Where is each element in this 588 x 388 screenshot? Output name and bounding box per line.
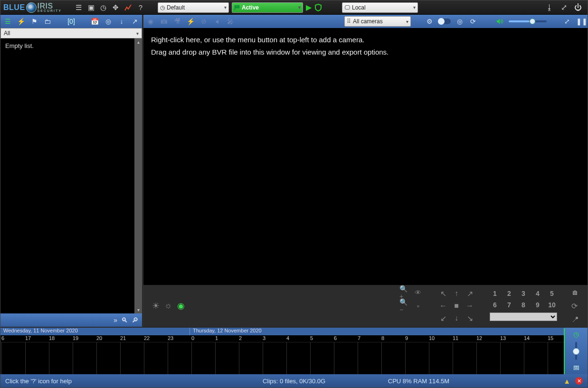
preset-10[interactable]: 10 [547,301,557,311]
sidebar-filter-select[interactable]: All ▾ [0,28,142,38]
ptz-down-icon[interactable]: ↓ [451,313,462,323]
hint-text-1: Right-click here, or use the menu button… [151,34,580,46]
hour-label: 4 [286,335,289,341]
zoom-in-icon[interactable]: 🔍+ [399,287,410,298]
target2-icon[interactable]: ◎ [455,18,464,25]
hour-label: 7 [358,335,360,341]
db-icon[interactable]: ☰ [3,18,12,25]
timeline-cursor[interactable] [564,328,565,374]
chevrons-down-icon[interactable]: » [114,316,117,324]
grid-icon: ⠿ [347,18,351,25]
calendar-icon[interactable]: 📅 [91,18,99,25]
timeline-zoom-slider[interactable] [575,342,577,360]
pin-icon[interactable]: 📍︎ [571,315,579,324]
clips-sidebar: ☰ ⚡ ⚑ 🗀 [0] 📅 ◎ ↓ ↗ All ▾ Empty list. ▴ … [0,15,143,327]
calendar2-icon[interactable]: 📅︎ [573,364,579,371]
scroll-up-icon[interactable]: ▴ [137,39,140,45]
export-icon[interactable]: ↗ [131,18,139,25]
sidebar-clip-list[interactable]: Empty list. ▴ ▾ [0,38,142,313]
trigger-icon[interactable]: ⚡ [186,18,195,25]
preset-7[interactable]: 7 [504,301,514,311]
hour-label: 13 [500,335,506,341]
download-icon[interactable]: ⭳ [545,3,554,12]
videocam-icon[interactable]: 🎥︎ [173,18,181,25]
preset-9[interactable]: 9 [532,301,543,311]
flag-icon[interactable]: ⚑ [30,18,38,25]
focus-dot-icon[interactable]: ∘ [413,301,423,311]
hour-label: 10 [429,335,435,341]
chart-icon[interactable] [123,3,133,12]
hint-text-2: Drag and drop any BVR file into this win… [151,46,580,58]
shield-icon[interactable] [314,4,322,11]
play-icon[interactable]: ▶ [306,3,312,12]
refresh-icon[interactable]: ⟳ [469,18,477,25]
preset-select[interactable] [490,312,557,321]
volume-slider[interactable] [509,20,547,22]
record-icon[interactable]: ◉ [146,18,155,25]
preset-4[interactable]: 4 [532,290,543,299]
preset-8[interactable]: 8 [518,301,529,311]
cycle-icon[interactable]: ⟳ [571,302,579,311]
console-select[interactable]: 🖵 Local ▾ [342,2,418,13]
sidebar-filter-label: All [4,30,10,37]
camera-select[interactable]: ⠿ All cameras ▾ [344,16,411,27]
schedule-select-label: Active [242,4,259,11]
target-icon[interactable]: ◎ [104,18,113,25]
caret-down-icon: ▾ [413,5,416,10]
block-icon[interactable]: ⊘ [199,18,208,25]
gear-icon[interactable]: ⚙ [425,18,434,25]
ptz-up-icon[interactable]: ↑ [451,288,462,299]
live-icon[interactable]: ◷ [573,331,579,338]
layout-toggle-1[interactable] [438,19,451,24]
ir-icon[interactable]: ◉ [177,301,185,311]
brightness-down-icon[interactable]: ☀ [152,301,160,311]
preset-2[interactable]: 2 [504,290,514,299]
sidebar-toolbar: ☰ ⚡ ⚑ 🗀 [0] 📅 ◎ ↓ ↗ [0,15,142,28]
zoom-out-icon[interactable]: 🔍︎ [121,316,128,324]
folder-icon[interactable]: 🗀 [43,18,52,25]
bolt-icon[interactable]: ⚡ [17,18,25,25]
hour-label: 9 [405,335,408,341]
ptz-right-icon[interactable]: → [464,301,475,311]
ptz-left-icon[interactable]: ← [437,301,449,311]
home-icon[interactable]: 🏠︎ [571,288,579,297]
snapshot-icon[interactable]: 📷︎ [160,18,168,25]
move-icon[interactable]: ✥ [111,3,121,12]
preset-6[interactable]: 6 [490,301,500,311]
clips-icon[interactable]: ▣ [86,3,96,12]
zoom-in-icon[interactable]: 🔎︎ [132,316,138,324]
preset-1[interactable]: 1 [490,290,500,299]
power-icon[interactable]: ⏻ [573,3,583,12]
preset-5[interactable]: 5 [547,290,557,299]
pause-icon[interactable]: ❚❚ [576,18,585,25]
ptz-up-left-icon[interactable]: ↖ [437,288,449,299]
mic-icon[interactable]: 🎤︎ [226,18,235,25]
ptz-down-left-icon[interactable]: ↙ [437,313,449,323]
sort-down-icon[interactable]: ↓ [117,18,126,25]
close-icon[interactable]: ✕ [575,377,583,385]
preset-3[interactable]: 3 [518,290,529,299]
camera-viewport[interactable]: Right-click here, or use the menu button… [143,28,588,285]
ptz-stop-icon[interactable]: ■ [451,301,462,311]
timeline-hour-ruler: 6171819202122230123456789101112131415 [0,335,565,342]
focus-eye-icon[interactable]: 👁︎ [413,287,423,298]
help-icon[interactable]: ? [136,3,145,12]
app-logo: BLUE IRIS SECURITY [3,2,62,13]
timeline-track[interactable] [0,342,565,374]
sidebar-scrollbar[interactable]: ▴ ▾ [134,38,142,313]
brightness-up-icon[interactable]: ☼ [164,301,172,311]
schedule-select[interactable]: ⛿ Active ▾ [232,2,303,13]
volume-icon[interactable]: 🔊︎ [496,17,504,26]
timeline: Wednesday, 11 November 2020 Thursday, 12… [0,327,588,374]
profile-select[interactable]: ◷ Default ▾ [158,2,229,13]
speaker-icon[interactable]: 🔈︎ [213,18,221,25]
ptz-up-right-icon[interactable]: ↗ [464,288,475,299]
zoom-out-icon[interactable]: 🔍− [399,301,410,311]
scroll-down-icon[interactable]: ▾ [137,307,140,312]
clock-icon[interactable]: ◷ [99,3,108,12]
expand-icon[interactable]: ⤢ [563,18,571,25]
fullscreen-icon[interactable]: ⤢ [559,3,569,12]
warning-icon[interactable]: ▲ [563,377,570,385]
list-icon[interactable]: ☰ [74,3,84,12]
ptz-down-right-icon[interactable]: ↘ [464,313,475,323]
